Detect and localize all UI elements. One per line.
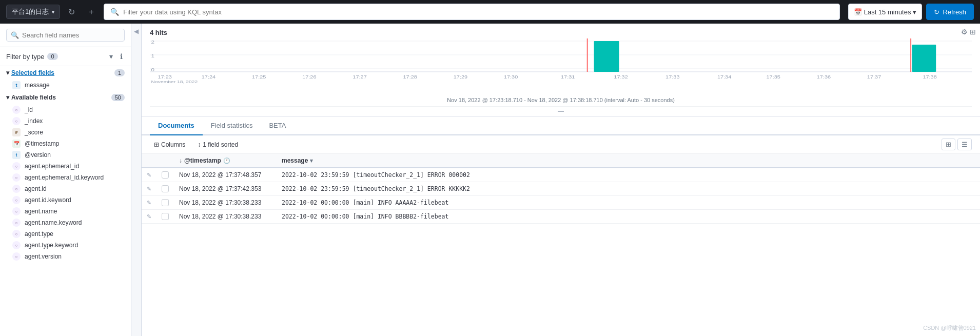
field-type-icon: ○ bbox=[12, 196, 21, 204]
available-field-_index[interactable]: ○_index bbox=[0, 115, 131, 127]
columns-button[interactable]: ⊞ Columns bbox=[150, 140, 189, 150]
available-field-agent-id-keyword[interactable]: ○agent.id.keyword bbox=[0, 194, 131, 206]
svg-text:2: 2 bbox=[151, 39, 155, 45]
row-message: 2022-10-02 23:59:59 [timeoutChecker_2_1]… bbox=[277, 168, 980, 182]
available-fields-badge: 50 bbox=[111, 94, 125, 101]
field-name: @timestamp bbox=[25, 140, 60, 147]
available-field-agent-name-keyword[interactable]: ○agent.name.keyword bbox=[0, 217, 131, 228]
top-nav: 平台1的日志 ▾ ↻ ＋ 🔍 📅 Last 15 minutes ▾ ↻ Ref… bbox=[0, 0, 980, 24]
refresh-button[interactable]: ↻ Refresh bbox=[926, 4, 974, 20]
svg-text:17:38: 17:38 bbox=[923, 74, 937, 80]
tab-field-statistics[interactable]: Field statistics bbox=[203, 116, 261, 135]
sidebar-collapse-divider[interactable]: ◀ bbox=[131, 24, 142, 336]
svg-text:17:31: 17:31 bbox=[561, 74, 575, 80]
right-controls: 📅 Last 15 minutes ▾ ↻ Refresh bbox=[848, 4, 974, 20]
available-fields-list: ○_id○_index#_score📅@timestampt@version○a… bbox=[0, 104, 131, 262]
refresh-circle-icon[interactable]: ↻ bbox=[64, 5, 79, 19]
row-timestamp: Nov 18, 2022 @ 17:30:38.233 bbox=[174, 196, 277, 210]
th-expand bbox=[142, 154, 156, 168]
field-type-icon: # bbox=[12, 128, 21, 136]
svg-rect-8 bbox=[912, 45, 936, 72]
available-field-agent-name[interactable]: ○agent.name bbox=[0, 206, 131, 217]
svg-text:17:27: 17:27 bbox=[352, 74, 366, 80]
expand-icon[interactable]: ✎ bbox=[147, 213, 151, 220]
search-icon: 🔍 bbox=[110, 8, 119, 16]
field-name: agent.name.keyword bbox=[25, 219, 82, 226]
field-name: agent.type bbox=[25, 230, 53, 238]
expand-icon[interactable]: ✎ bbox=[147, 186, 151, 192]
available-field-@timestamp[interactable]: 📅@timestamp bbox=[0, 138, 131, 149]
available-field-agent-type-keyword[interactable]: ○agent.type.keyword bbox=[0, 240, 131, 251]
expand-icon[interactable]: ✎ bbox=[147, 172, 151, 178]
chevron-down-icon[interactable]: ▾ bbox=[107, 51, 115, 62]
sort-down-icon: ↓ bbox=[179, 157, 182, 164]
svg-text:17:26: 17:26 bbox=[302, 74, 317, 80]
columns-label: Columns bbox=[161, 141, 185, 148]
svg-text:17:33: 17:33 bbox=[665, 74, 680, 80]
available-field-agent-version[interactable]: ○agent.version bbox=[0, 251, 131, 262]
selected-fields-header[interactable]: ▾ Selected fields 1 bbox=[0, 66, 131, 80]
expand-icon[interactable]: ✎ bbox=[147, 200, 151, 206]
row-expand-cell[interactable]: ✎ bbox=[142, 168, 156, 182]
info-icon[interactable]: ℹ bbox=[118, 51, 125, 62]
row-checkbox-cell[interactable] bbox=[156, 168, 174, 182]
field-type-icon: ○ bbox=[12, 207, 21, 215]
svg-text:17:30: 17:30 bbox=[504, 74, 518, 80]
available-field-_score[interactable]: #_score bbox=[0, 127, 131, 138]
filter-type-label: Filter by type 0 bbox=[6, 53, 58, 61]
kql-search-input[interactable] bbox=[123, 8, 833, 16]
chart-inspect-icon[interactable]: ⊞ bbox=[970, 28, 976, 36]
list-view-button[interactable]: ☰ bbox=[957, 139, 972, 150]
main-layout: 🔍 Filter by type 0 ▾ ℹ ▾ Selected fields bbox=[0, 24, 980, 336]
sidebar: 🔍 Filter by type 0 ▾ ℹ ▾ Selected fields bbox=[0, 24, 131, 336]
data-source-button[interactable]: 平台1的日志 ▾ bbox=[6, 5, 60, 19]
row-checkbox[interactable] bbox=[162, 185, 169, 192]
row-message: 2022-10-02 00:00:00 [main] INFO AAAAA2-f… bbox=[277, 196, 980, 210]
available-field-agent-ephemeral_id[interactable]: ○agent.ephemeral_id bbox=[0, 161, 131, 172]
available-field-agent-ephemeral_id-keyword[interactable]: ○agent.ephemeral_id.keyword bbox=[0, 172, 131, 183]
selected-fields-list: t message bbox=[0, 80, 131, 91]
field-type-icon: ○ bbox=[12, 185, 21, 193]
tab-beta-label: BETA bbox=[269, 122, 286, 129]
row-checkbox-cell[interactable] bbox=[156, 196, 174, 210]
add-icon[interactable]: ＋ bbox=[83, 5, 100, 19]
histogram-chart: 2 1 0 17:23 November 18, 2022 bbox=[150, 38, 972, 85]
sort-button[interactable]: ↕ 1 field sorted bbox=[193, 140, 242, 150]
available-field-@version[interactable]: t@version bbox=[0, 149, 131, 161]
row-checkbox-cell[interactable] bbox=[156, 210, 174, 224]
field-name: @version bbox=[25, 151, 51, 159]
chevron-down-icon: ▾ bbox=[52, 9, 54, 15]
svg-text:17:25: 17:25 bbox=[252, 74, 266, 80]
field-name: agent.ephemeral_id bbox=[25, 163, 79, 170]
table-row: ✎ Nov 18, 2022 @ 17:30:38.233 2022-10-02… bbox=[142, 210, 980, 224]
available-field-agent-id[interactable]: ○agent.id bbox=[0, 183, 131, 194]
th-timestamp-label: @timestamp bbox=[184, 157, 221, 164]
row-checkbox[interactable] bbox=[162, 199, 169, 206]
row-expand-cell[interactable]: ✎ bbox=[142, 210, 156, 224]
available-fields-header[interactable]: ▾ Available fields 50 bbox=[0, 91, 131, 104]
th-timestamp[interactable]: ↓ @timestamp 🕐 bbox=[174, 154, 277, 168]
available-field-agent-type[interactable]: ○agent.type bbox=[0, 228, 131, 240]
filter-by-type-row: Filter by type 0 ▾ ℹ bbox=[0, 47, 131, 66]
clock-icon: 🕐 bbox=[223, 157, 230, 164]
svg-text:17:28: 17:28 bbox=[403, 74, 418, 80]
chart-settings-icon[interactable]: ⚙ bbox=[961, 28, 968, 36]
tab-documents[interactable]: Documents bbox=[150, 116, 203, 135]
row-expand-cell[interactable]: ✎ bbox=[142, 196, 156, 210]
svg-text:17:29: 17:29 bbox=[454, 74, 467, 80]
collapse-chart-handle[interactable]: — bbox=[150, 106, 972, 116]
tab-beta[interactable]: BETA bbox=[261, 116, 294, 135]
row-checkbox-cell[interactable] bbox=[156, 182, 174, 196]
table-row: ✎ Nov 18, 2022 @ 17:30:38.233 2022-10-02… bbox=[142, 196, 980, 210]
svg-text:17:34: 17:34 bbox=[717, 74, 732, 80]
selected-fields-link[interactable]: Selected fields bbox=[11, 69, 54, 76]
row-checkbox[interactable] bbox=[162, 171, 169, 179]
selected-field-message[interactable]: t message bbox=[0, 80, 131, 91]
time-range-button[interactable]: 📅 Last 15 minutes ▾ bbox=[848, 4, 923, 20]
row-checkbox[interactable] bbox=[162, 213, 169, 220]
row-expand-cell[interactable]: ✎ bbox=[142, 182, 156, 196]
th-message[interactable]: message ▾ bbox=[277, 154, 980, 168]
table-view-button[interactable]: ⊞ bbox=[942, 139, 955, 150]
available-field-_id[interactable]: ○_id bbox=[0, 104, 131, 115]
field-search-input[interactable] bbox=[22, 31, 120, 39]
